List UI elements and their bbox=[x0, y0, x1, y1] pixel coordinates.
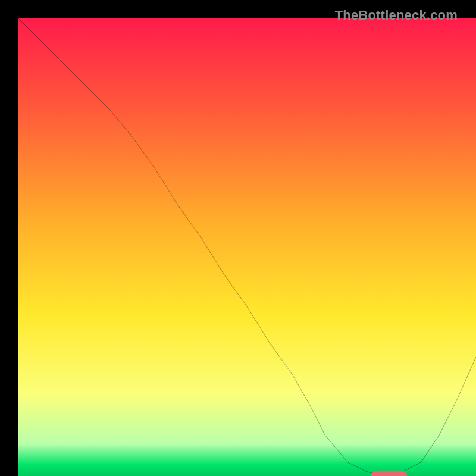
bottleneck-chart bbox=[18, 18, 476, 476]
target-range-marker bbox=[371, 471, 408, 476]
chart-frame: TheBottleneck.com bbox=[9, 9, 467, 467]
watermark-text: TheBottleneck.com bbox=[335, 8, 458, 23]
